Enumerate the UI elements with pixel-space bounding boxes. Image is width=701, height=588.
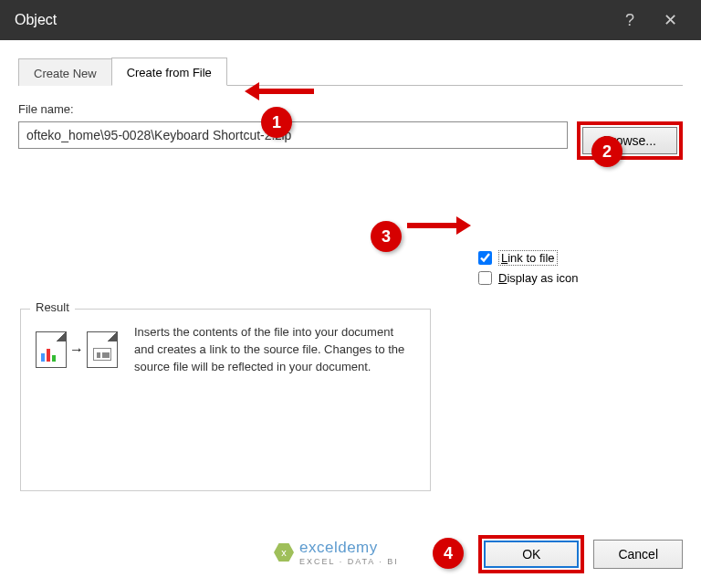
watermark-brand: exceldemy — [299, 539, 399, 557]
watermark-sub: EXCEL · DATA · BI — [299, 557, 399, 566]
dialog-buttons: OK Cancel — [478, 535, 683, 573]
dialog-body: Create New Create from File File name: B… — [0, 40, 701, 588]
dialog-title: Object — [11, 12, 610, 28]
annotation-badge-4: 4 — [433, 538, 464, 569]
tab-create-from-file[interactable]: Create from File — [111, 58, 227, 86]
annotation-badge-1: 1 — [261, 107, 292, 138]
annotation-badge-3: 3 — [371, 221, 402, 252]
result-icon-pair: → — [36, 331, 118, 368]
display-as-icon-label[interactable]: Display as icon — [498, 271, 578, 285]
help-icon[interactable]: ? — [610, 0, 650, 40]
display-as-icon-checkbox[interactable] — [478, 271, 492, 285]
result-legend: Result — [30, 300, 75, 314]
annotation-badge-2: 2 — [591, 136, 623, 167]
close-icon[interactable]: ✕ — [650, 0, 690, 40]
tab-create-new[interactable]: Create New — [18, 58, 112, 86]
link-to-file-label[interactable]: Link to file — [498, 250, 558, 266]
result-inner: → Inserts the contents of the file into … — [36, 324, 415, 376]
source-doc-icon — [36, 331, 67, 368]
ok-highlight: OK — [478, 535, 584, 573]
arrow-icon: → — [69, 341, 84, 358]
tabs: Create New Create from File — [18, 57, 683, 86]
filename-label: File name: — [18, 102, 683, 116]
checkbox-group: Link to file Display as icon — [478, 250, 578, 290]
display-as-icon-row: Display as icon — [478, 271, 578, 285]
titlebar: Object ? ✕ — [0, 0, 701, 40]
cancel-button[interactable]: Cancel — [593, 540, 683, 569]
filename-input[interactable] — [18, 121, 568, 149]
link-to-file-checkbox[interactable] — [478, 251, 492, 265]
link-to-file-row: Link to file — [478, 250, 578, 266]
result-text: Inserts the contents of the file into yo… — [134, 324, 408, 376]
file-row: Browse... — [18, 121, 683, 160]
result-group: Result → Inserts the contents of the fil… — [20, 309, 431, 491]
watermark-logo-icon: x — [274, 542, 294, 562]
target-doc-icon — [87, 331, 118, 368]
watermark: x exceldemy EXCEL · DATA · BI — [274, 539, 399, 566]
ok-button[interactable]: OK — [484, 541, 579, 568]
